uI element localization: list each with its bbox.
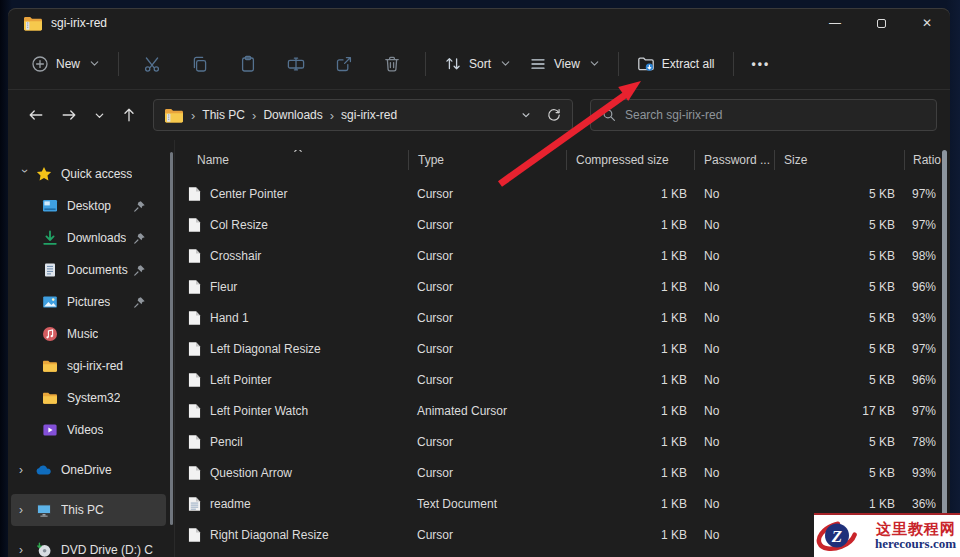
file-name-cell: Pencil [175,434,408,450]
forward-button[interactable] [54,100,84,130]
toolbar-separator [733,52,734,76]
sidebar-item-documents[interactable]: Documents [11,254,166,286]
file-password: No [694,249,774,263]
table-row-left-pointer-watch[interactable]: Left Pointer WatchAnimated Cursor1 KBNo1… [175,395,950,426]
breadcrumb-separator: › [191,108,195,123]
file-name: Col Resize [210,218,268,232]
file-compressed-size: 1 KB [566,342,694,356]
navigation-bar: ›This PC›Downloads›sgi-irix-red [8,90,950,140]
chevron-right-icon[interactable]: › [19,503,36,517]
table-row-center-pointer[interactable]: Center PointerCursor1 KBNo5 KB97% [175,178,950,209]
file-name: Left Pointer Watch [210,404,308,418]
file-explorer-window: sgi-irix-red — ✕ New Sort View Ex [8,8,950,557]
file-compressed-size: 1 KB [566,435,694,449]
file-type: Cursor [408,249,566,263]
file-type: Cursor [408,466,566,480]
table-row-question-arrow[interactable]: Question ArrowCursor1 KBNo5 KB93% [175,457,950,488]
delete-button[interactable] [368,48,416,80]
extract-all-button[interactable]: Extract all [628,48,724,80]
sidebar-item-onedrive[interactable]: ›OneDrive [11,454,166,486]
sidebar-item-downloads[interactable]: Downloads [11,222,166,254]
chevron-right-icon[interactable]: › [19,543,36,557]
maximize-button[interactable] [858,8,904,38]
view-button[interactable]: View [520,48,609,80]
file-password: No [694,404,774,418]
copy-button[interactable] [176,48,224,80]
file-name-cell: readme [175,496,408,512]
documents-icon [42,262,58,278]
file-name-cell: Fleur [175,279,408,295]
up-button[interactable] [114,100,144,130]
sidebar-item-label: Documents [67,263,128,277]
cut-button[interactable] [128,48,176,80]
sidebar-item-music[interactable]: Music [11,318,166,350]
column-header-name[interactable]: Name [175,150,408,170]
sidebar-item-pictures[interactable]: Pictures [11,286,166,318]
back-button[interactable] [21,100,51,130]
watermark: Z 这里教程网 herecours.com [814,513,960,557]
column-header-type[interactable]: Type [408,150,566,170]
file-icon [188,341,201,357]
column-header-size[interactable]: Size [774,150,904,170]
column-header-compressed-size[interactable]: Compressed size [566,150,694,170]
recent-locations-chevron[interactable] [87,100,111,130]
table-row-pencil[interactable]: PencilCursor1 KBNo5 KB78% [175,426,950,457]
maximize-icon [877,19,886,28]
file-size: 17 KB [774,404,904,418]
file-compressed-size: 1 KB [566,218,694,232]
column-header-password[interactable]: Password ... [694,150,774,170]
pin-icon [133,296,146,309]
chevron-right-icon[interactable]: › [19,463,36,477]
sort-button-label: Sort [469,57,491,71]
search-box[interactable] [590,99,937,131]
sidebar-item-videos[interactable]: Videos [11,414,166,446]
sidebar-item-this-pc[interactable]: ›This PC [11,494,166,526]
minimize-button[interactable]: — [812,8,858,38]
sort-button[interactable]: Sort [435,48,520,80]
folder-icon [42,358,58,374]
breadcrumb-segment-sgi-irix-red[interactable]: sgi-irix-red [341,108,397,122]
search-input[interactable] [625,108,925,122]
downloads-icon [42,230,58,246]
pin-icon [133,232,146,245]
address-dropdown-chevron[interactable] [514,100,538,130]
see-more-button[interactable]: ••• [743,50,780,78]
sidebar-item-label: Videos [67,423,103,437]
share-icon [335,55,353,73]
refresh-icon[interactable] [542,100,566,130]
table-row-col-resize[interactable]: Col ResizeCursor1 KBNo5 KB97% [175,209,950,240]
new-button[interactable]: New [22,48,109,80]
star-icon [36,166,52,182]
file-password: No [694,218,774,232]
sidebar-item-desktop[interactable]: Desktop [11,190,166,222]
breadcrumb-segment-this-pc[interactable]: This PC [202,108,245,122]
rename-button[interactable] [272,48,320,80]
toolbar-separator [425,52,426,76]
sidebar-item-quick-access[interactable]: ›Quick access [11,158,166,190]
column-header-label: Compressed size [576,153,669,167]
sidebar-scrollbar[interactable] [170,152,173,525]
sidebar-item-dvd-drive-d-c[interactable]: ›DVD Drive (D:) C [11,534,166,557]
sidebar-item-system32[interactable]: System32 [11,382,166,414]
address-bar[interactable]: ›This PC›Downloads›sgi-irix-red [153,99,573,131]
breadcrumb: ›This PC›Downloads›sgi-irix-red [184,108,397,123]
table-row-crosshair[interactable]: CrosshairCursor1 KBNo5 KB98% [175,240,950,271]
table-row-fleur[interactable]: FleurCursor1 KBNo5 KB96% [175,271,950,302]
table-row-left-diagonal-resize[interactable]: Left Diagonal ResizeCursor1 KBNo5 KB97% [175,333,950,364]
close-button[interactable]: ✕ [904,8,950,38]
table-row-hand-1[interactable]: Hand 1Cursor1 KBNo5 KB93% [175,302,950,333]
file-rows: Center PointerCursor1 KBNo5 KB97%Col Res… [175,178,950,550]
chevron-down-icon[interactable]: › [18,169,32,181]
file-icon [188,372,201,388]
breadcrumb-segment-downloads[interactable]: Downloads [263,108,322,122]
sidebar-item-sgi-irix-red[interactable]: sgi-irix-red [11,350,166,382]
paste-button[interactable] [224,48,272,80]
file-compressed-size: 1 KB [566,528,694,542]
file-list-scrollbar[interactable] [942,150,947,557]
share-button[interactable] [320,48,368,80]
watermark-cn-text: 这里教程网 [876,520,956,537]
file-compressed-size: 1 KB [566,373,694,387]
table-row-left-pointer[interactable]: Left PointerCursor1 KBNo5 KB96% [175,364,950,395]
file-icon [188,465,201,481]
file-size: 5 KB [774,218,904,232]
